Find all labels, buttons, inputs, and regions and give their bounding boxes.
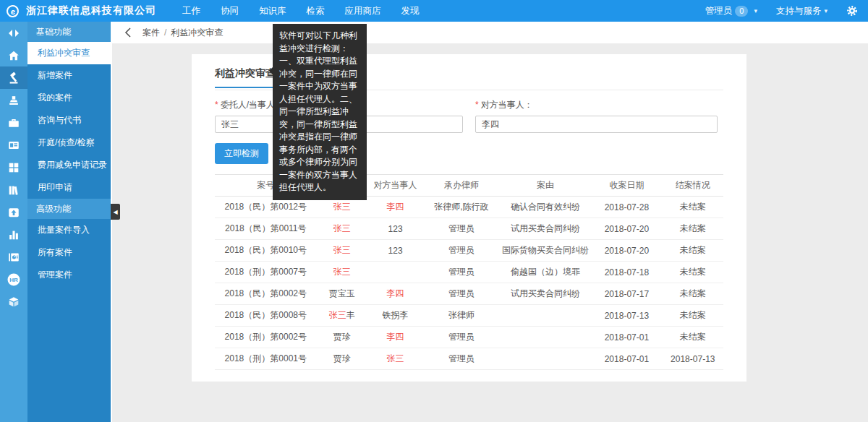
table-cell: 偷越国（边）境罪: [500, 262, 592, 283]
table-cell: 管理员: [423, 327, 499, 348]
table-row[interactable]: 2018（民）第0010号张三123管理员国际货物买卖合同纠纷2018-07-2…: [215, 240, 723, 262]
table-row[interactable]: 2018（民）第0011号张三123管理员试用买卖合同纠纷2018-07-20未…: [215, 218, 723, 240]
user-dropdown[interactable]: 管理员 0 ▾: [705, 5, 757, 17]
briefcase-icon[interactable]: [0, 111, 27, 134]
table-cell: 张三: [367, 348, 423, 370]
topbar-menu-item[interactable]: 检索: [297, 0, 335, 22]
column-header: 对方当事人: [367, 175, 423, 197]
table-row[interactable]: 2018（民）第0002号贾宝玉李四管理员试用买卖合同纠纷2018-07-17未…: [215, 283, 723, 305]
content-area: 利益冲突审查 ! *委托人/当事人： *对方当事人： 立即检测 案号委托人对方当…: [111, 43, 868, 422]
table-cell: 2018（刑）第0001号: [215, 348, 317, 370]
table-cell: 管理员: [423, 283, 499, 305]
column-header: 收案日期: [591, 175, 662, 197]
stamp-icon[interactable]: [0, 89, 27, 111]
sidebar-section-header[interactable]: 高级功能: [27, 199, 111, 219]
breadcrumb-parent[interactable]: 案件: [142, 27, 160, 39]
topbar-menu-item[interactable]: 协同: [210, 0, 249, 22]
opponent-field-group: *对方当事人：: [475, 99, 718, 133]
table-row[interactable]: 2018（刑）第0002号贾珍李四管理员2018-07-01未结案: [215, 327, 723, 348]
table-cell: 123: [367, 240, 423, 262]
table-cell: 2018-07-18: [591, 262, 662, 283]
help-tooltip: 软件可对以下几种利益冲突进行检测：一、双重代理型利益冲突，同一律师在同一案件中为…: [273, 24, 367, 200]
table-cell: 管理员: [423, 218, 499, 240]
sidebar-item[interactable]: 新增案件: [27, 64, 111, 87]
collapse-arrows-icon[interactable]: [0, 22, 27, 44]
sidebar-icon-strip: HR: [0, 22, 27, 422]
grid-icon[interactable]: [0, 156, 27, 178]
table-cell: 2018（民）第0010号: [215, 240, 317, 262]
table-cell: 张律师,陈行政: [423, 197, 499, 218]
table-cell: 2018-07-13: [663, 348, 723, 370]
chevron-down-icon: ▾: [754, 7, 757, 14]
sidebar-item[interactable]: 管理案件: [27, 264, 111, 286]
table-cell: 试用买卖合同纠纷: [500, 218, 592, 240]
upload-icon[interactable]: [0, 201, 27, 223]
gavel-icon[interactable]: [0, 66, 27, 89]
opponent-field-label: *对方当事人：: [475, 99, 718, 111]
table-cell: 贾珍: [317, 348, 367, 370]
support-dropdown[interactable]: 支持与服务 ▾: [776, 5, 827, 17]
table-cell: 张三: [317, 240, 367, 262]
sidebar-item[interactable]: 咨询与代书: [27, 109, 111, 132]
sidebar-item[interactable]: 用印申请: [27, 176, 111, 199]
tooltip-arrow-icon: [269, 67, 273, 74]
home-icon[interactable]: [0, 44, 27, 66]
sidebar-item[interactable]: 批量案件导入: [27, 219, 111, 241]
table-body: 2018（民）第0012号张三李四张律师,陈行政确认合同有效纠纷2018-07-…: [215, 197, 723, 370]
bar-chart-icon[interactable]: [0, 223, 27, 246]
table-cell: 未结案: [663, 218, 723, 240]
report-icon[interactable]: [0, 246, 27, 268]
opponent-input[interactable]: [475, 116, 718, 133]
topbar-menu-item[interactable]: 工作: [172, 0, 210, 22]
topbar-menu-item[interactable]: 应用商店: [335, 0, 391, 22]
table-cell: [500, 348, 592, 370]
table-cell: 未结案: [663, 327, 723, 348]
table-cell: 确认合同有效纠纷: [500, 197, 592, 218]
table-cell: 2018-07-28: [591, 197, 662, 218]
table-cell: 2018（刑）第0002号: [215, 327, 317, 348]
id-card-icon[interactable]: [0, 134, 27, 156]
tooltip-text: 软件可对以下几种利益冲突进行检测：一、双重代理型利益冲突，同一律师在同一案件中为…: [279, 30, 357, 192]
table-row[interactable]: 2018（刑）第0001号贾珍张三管理员2018-07-012018-07-13: [215, 348, 723, 370]
topbar-menu-item[interactable]: 发现: [391, 0, 430, 22]
gear-icon[interactable]: [846, 5, 858, 17]
cube-icon[interactable]: [0, 290, 27, 313]
check-now-button[interactable]: 立即检测: [215, 143, 268, 164]
table-cell: 2018（民）第0008号: [215, 305, 317, 327]
table-cell: 国际货物买卖合同纠纷: [500, 240, 592, 262]
table-row[interactable]: 2018（刑）第0007号张三管理员偷越国（边）境罪2018-07-18未结案: [215, 262, 723, 283]
topbar-right: 管理员 0 ▾ 支持与服务 ▾: [705, 5, 868, 17]
tab-conflict-review[interactable]: 利益冲突审查: [215, 67, 276, 88]
table-cell: 2018-07-17: [591, 283, 662, 305]
sidebar-item[interactable]: 我的案件: [27, 87, 111, 109]
table-cell: 张三: [317, 218, 367, 240]
back-chevron-icon[interactable]: [124, 27, 132, 38]
company-logo-icon: e: [5, 4, 20, 18]
table-cell: 试用买卖合同纠纷: [500, 283, 592, 305]
table-cell: 张三丰: [317, 305, 367, 327]
breadcrumb-separator: /: [164, 27, 166, 38]
library-icon[interactable]: [0, 178, 27, 201]
breadcrumb-current: 利益冲突审查: [171, 27, 223, 39]
sidebar-item[interactable]: 费用减免申请记录: [27, 154, 111, 176]
topbar-menu: 工作协同知识库检索应用商店发现: [172, 0, 430, 22]
sidebar-item[interactable]: 所有案件: [27, 241, 111, 264]
sidebar-item[interactable]: 开庭/侦查/检察: [27, 132, 111, 154]
table-cell: 张三: [317, 262, 367, 283]
column-header: 案由: [500, 175, 592, 197]
table-cell: 2018-07-20: [591, 240, 662, 262]
topbar-menu-item[interactable]: 知识库: [249, 0, 297, 22]
table-cell: 铁拐李: [367, 305, 423, 327]
sidebar-item[interactable]: 利益冲突审查: [27, 42, 111, 64]
table-cell: 未结案: [663, 240, 723, 262]
sidebar-section-header[interactable]: 基础功能: [27, 22, 111, 42]
svg-text:HR: HR: [9, 277, 18, 283]
table-row[interactable]: 2018（民）第0008号张三丰铁拐李张律师2018-07-13未结案: [215, 305, 723, 327]
table-cell: 2018（刑）第0007号: [215, 262, 317, 283]
table-cell: 123: [367, 218, 423, 240]
table-cell: [500, 305, 592, 327]
table-cell: 李四: [367, 327, 423, 348]
table-cell: 贾宝玉: [317, 283, 367, 305]
hr-icon[interactable]: HR: [0, 268, 27, 290]
sidebar-collapse-tab[interactable]: ◀: [111, 204, 120, 220]
